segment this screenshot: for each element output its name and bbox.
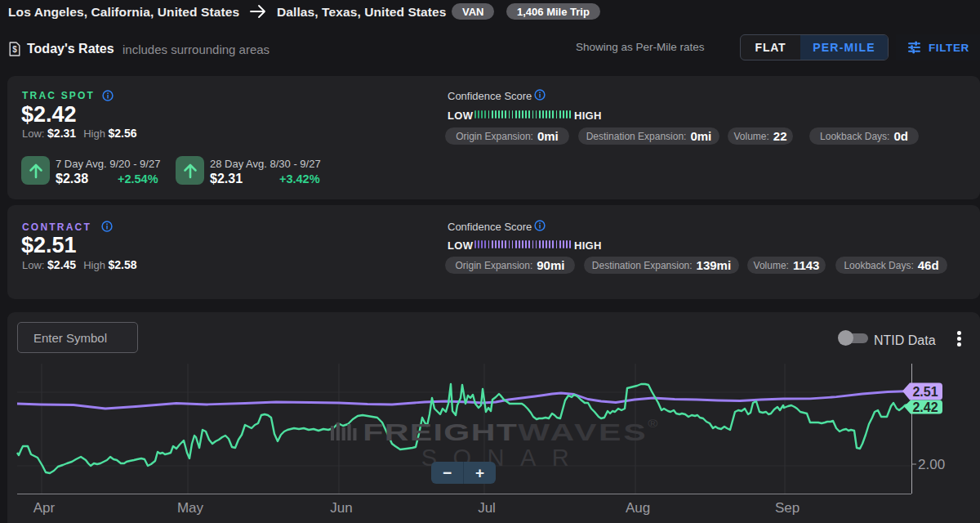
svg-text:2.42: 2.42 bbox=[912, 400, 938, 414]
svg-text:Jun: Jun bbox=[330, 500, 352, 516]
svg-text:2.51: 2.51 bbox=[912, 385, 938, 399]
svg-text:Sep: Sep bbox=[775, 500, 800, 516]
svg-text:Aug: Aug bbox=[626, 500, 650, 516]
svg-text:Apr: Apr bbox=[33, 500, 56, 516]
svg-text:Jul: Jul bbox=[478, 500, 496, 516]
svg-text:May: May bbox=[177, 500, 204, 516]
